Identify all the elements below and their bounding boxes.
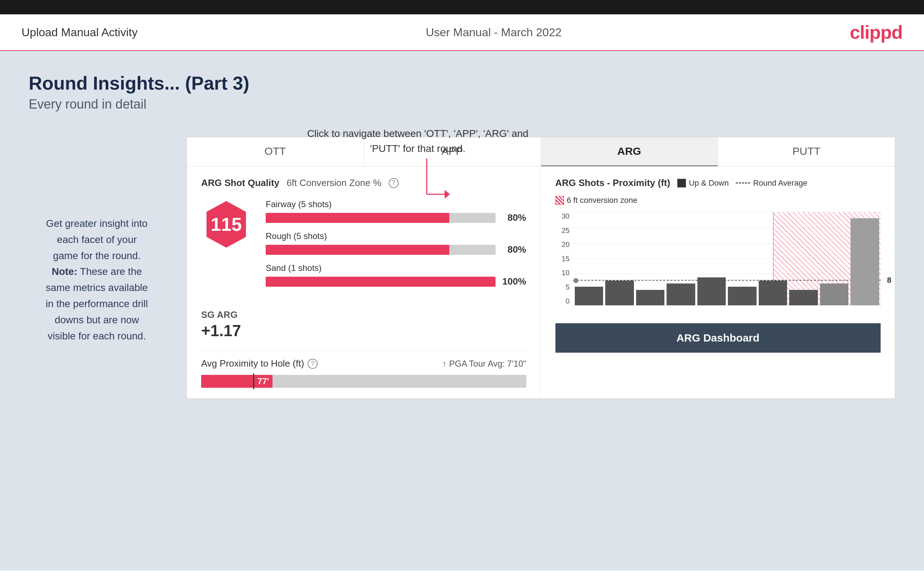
main-content: Round Insights... (Part 3) Every round i… (0, 51, 924, 571)
y-label-20: 20 (556, 240, 570, 249)
panel-header: ARG Shot Quality 6ft Conversion Zone % ? (201, 177, 527, 189)
y-labels: 30 25 20 15 10 5 0 (556, 212, 570, 313)
y-label-15: 15 (556, 255, 570, 263)
chart-bar-7 (789, 290, 818, 305)
bar-2: 100% (266, 276, 527, 287)
avg-line-value: 8 (887, 276, 892, 285)
chart-bar-1 (605, 280, 634, 305)
chart-header: ARG Shots - Proximity (ft) Up & Down Rou… (556, 177, 881, 205)
header: Upload Manual Activity User Manual - Mar… (0, 15, 924, 51)
proximity-title: Avg Proximity to Hole (ft) (201, 358, 304, 369)
legend-hatched-icon (556, 196, 564, 205)
chart-bar-8 (820, 284, 849, 305)
chart-bar-4 (698, 277, 726, 305)
footer: Copyright Clippd 2021 (0, 571, 924, 577)
tabs-container: OTT APP ARG PUTT (187, 137, 895, 167)
sg-value: +1.17 (201, 322, 527, 340)
y-label-0: 0 (556, 297, 570, 305)
bar-label-2: Sand (1 shots) (266, 263, 527, 273)
proximity-header: Avg Proximity to Hole (ft) ? ↑ PGA Tour … (201, 358, 527, 369)
bars-section: Fairway (5 shots) 80% (266, 199, 527, 295)
bar-fill-2 (266, 277, 496, 287)
shot-quality-title: ARG Shot Quality (201, 177, 279, 189)
right-panel: ARG Shots - Proximity (ft) Up & Down Rou… (541, 167, 895, 398)
legend-roundavg: Round Average (736, 179, 807, 188)
bar-label-1: Rough (5 shots) (266, 231, 527, 241)
chart-bar-last (850, 218, 879, 305)
score-number: 115 (211, 214, 242, 235)
bars-row (573, 212, 881, 305)
bar-label-0: Fairway (5 shots) (266, 199, 527, 209)
bar-percent-2: 100% (501, 276, 527, 287)
chart-bar-5 (728, 287, 756, 305)
legend-dashed-icon (736, 182, 750, 184)
score-section: 115 Fairway (5 shots) (201, 199, 527, 295)
pga-avg: ↑ PGA Tour Avg: 7'10" (443, 359, 527, 369)
score-badge: 115 (201, 199, 251, 250)
chart-bar-3 (667, 284, 695, 305)
y-label-5: 5 (556, 283, 570, 292)
legend-updown-label: Up & Down (689, 179, 729, 188)
chart-title: ARG Shots - Proximity (ft) (556, 177, 670, 189)
left-panel: ARG Shot Quality 6ft Conversion Zone % ?… (187, 167, 541, 398)
page-subtitle: Every round in detail (29, 97, 895, 112)
proximity-bar-fill: 77' (201, 375, 273, 388)
chart-bar-6 (759, 280, 787, 305)
proximity-help-icon[interactable]: ? (308, 359, 318, 369)
bar-row-rough: Rough (5 shots) 80% (266, 231, 527, 255)
proximity-label-group: Avg Proximity to Hole (ft) ? (201, 358, 318, 369)
chart-bar-0 (575, 287, 603, 305)
insight-note: Note: (52, 266, 78, 277)
proximity-section: Avg Proximity to Hole (ft) ? ↑ PGA Tour … (201, 350, 527, 388)
sg-label: SG ARG (201, 309, 527, 321)
legend-square-icon (677, 179, 686, 187)
arg-dashboard-button[interactable]: ARG Dashboard (556, 323, 881, 353)
top-bar (0, 0, 924, 15)
left-section: Get greater insight intoeach facet of yo… (29, 137, 165, 344)
bar-track-2 (266, 277, 496, 287)
legend-updown: Up & Down (677, 179, 729, 188)
sg-section: SG ARG +1.17 (201, 302, 527, 340)
conversion-label: 6ft Conversion Zone % (286, 177, 381, 189)
proximity-cursor (253, 374, 254, 389)
y-label-10: 10 (556, 269, 570, 277)
nav-arrow-icon (416, 158, 459, 216)
bar-chart-container: 30 25 20 15 10 5 0 (556, 212, 881, 313)
nav-annotation: Click to navigate between 'OTT', 'APP', … (301, 126, 534, 156)
bar-track-1 (266, 245, 496, 255)
legend-roundavg-label: Round Average (753, 179, 807, 188)
bar-1: 80% (266, 244, 527, 255)
proximity-value: 77' (257, 376, 269, 386)
bar-percent-0: 80% (501, 212, 527, 223)
main-card: OTT APP ARG PUTT ARG Shot Quality 6ft Co… (186, 137, 895, 399)
clippd-logo: clippd (850, 21, 903, 43)
y-label-30: 30 (556, 212, 570, 221)
help-icon[interactable]: ? (389, 178, 399, 188)
proximity-bar-track: 77' (201, 375, 527, 388)
card-body: ARG Shot Quality 6ft Conversion Zone % ?… (187, 167, 895, 398)
bar-row-sand: Sand (1 shots) 100% (266, 263, 527, 287)
legend-conversion-label: 6 ft conversion zone (567, 196, 638, 205)
bar-row-fairway: Fairway (5 shots) 80% (266, 199, 527, 223)
legend-conversion: 6 ft conversion zone (556, 196, 638, 205)
insight-text: Get greater insight intoeach facet of yo… (29, 216, 165, 344)
bar-track-0 (266, 213, 496, 223)
tab-putt[interactable]: PUTT (718, 137, 895, 166)
chart-area: 8 (573, 212, 881, 305)
bar-percent-1: 80% (501, 244, 527, 255)
chart-bar-2 (636, 290, 665, 305)
bar-fill-1 (266, 245, 449, 255)
page-title: Round Insights... (Part 3) (29, 73, 895, 94)
insight-box: Get greater insight intoeach facet of yo… (29, 216, 165, 344)
y-label-25: 25 (556, 227, 570, 235)
bar-0: 80% (266, 212, 527, 223)
svg-marker-2 (444, 190, 450, 198)
manual-label: User Manual - March 2022 (426, 26, 562, 39)
tab-arg[interactable]: ARG (541, 137, 718, 166)
upload-label: Upload Manual Activity (21, 26, 138, 39)
